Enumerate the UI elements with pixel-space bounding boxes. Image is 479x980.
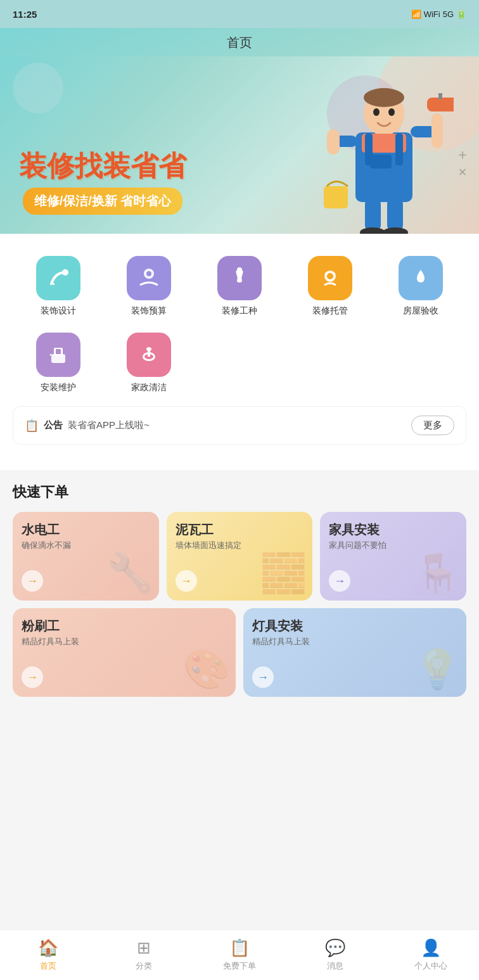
quick-card-tiler-bg-icon: 🧱 (260, 550, 307, 595)
category-grid: 装饰设计 装饰预算 装修工种 装修托管 房屋验收 (13, 246, 466, 400)
svg-point-17 (383, 227, 408, 234)
quick-card-plumber-title: 水电工 (22, 522, 150, 537)
announcement-icon: 📋 (25, 419, 39, 433)
quick-card-furniture[interactable]: 家具安装 家具问题不要怕 → 🪑 (320, 512, 466, 601)
nav-icon-category: ⊞ (137, 938, 151, 958)
network-icon: 5G (443, 10, 454, 19)
nav-item-category[interactable]: ⊞ 分类 (96, 930, 191, 980)
category-icon-install (36, 333, 80, 377)
banner: 装修找装省省 维修/保洁/换新 省时省心 (0, 56, 479, 234)
svg-point-36 (146, 347, 151, 351)
category-label-clean: 家政清洁 (131, 382, 167, 393)
category-item-design[interactable]: 装饰设计 (13, 246, 103, 323)
quick-card-painter-bg-icon: 🎨 (183, 647, 231, 692)
quick-card-painter[interactable]: 粉刷工 精品灯具马上装 → 🎨 (13, 608, 236, 697)
quick-card-light-title: 灯具安装 (252, 618, 457, 633)
announcement-bar: 📋 公告 装省省APP上线啦~ 更多 (13, 406, 466, 445)
bottom-spacer (0, 717, 479, 780)
nav-label-home: 首页 (40, 960, 56, 972)
nav-label-profile: 个人中心 (414, 960, 447, 972)
quick-card-tiler-arrow[interactable]: → (176, 570, 197, 592)
nav-icon-message: 💬 (325, 938, 345, 958)
svg-point-29 (333, 272, 335, 275)
svg-rect-19 (370, 155, 392, 169)
svg-point-25 (237, 267, 242, 272)
quick-card-furniture-arrow[interactable]: → (329, 570, 350, 592)
quick-card-painter-subtitle: 精品灯具马上装 (22, 636, 227, 647)
quick-card-plumber-bg-icon: 🔧 (106, 550, 154, 595)
svg-point-27 (327, 273, 333, 279)
category-icon-manage (308, 256, 352, 300)
svg-point-28 (325, 272, 328, 275)
category-icon-worker (217, 256, 262, 300)
quick-card-light-subtitle: 精品灯具马上装 (252, 636, 457, 647)
quick-order-row1: 水电工 确保滴水不漏 → 🔧 泥瓦工 墙体墙面迅速搞定 → 🧱 家具安装 家具问… (13, 512, 466, 601)
svg-rect-13 (438, 93, 442, 99)
category-label-install: 安装维护 (41, 382, 76, 393)
quick-card-light-bg-icon: 💡 (414, 647, 461, 692)
header: 首页 装修找装省省 维修/保洁/换新 省时省心 (0, 28, 479, 234)
banner-circle-3 (13, 63, 63, 113)
svg-rect-14 (365, 199, 381, 231)
battery-icon: 🔋 (456, 10, 466, 19)
quick-card-furniture-title: 家具安装 (329, 522, 457, 537)
nav-icon-order: 📋 (229, 938, 250, 958)
banner-worker-figure (314, 63, 454, 234)
announcement-tag: 公告 (44, 419, 63, 431)
quick-card-plumber-arrow[interactable]: → (22, 570, 43, 592)
nav-label-category: 分类 (136, 960, 152, 972)
category-label-design: 装饰设计 (41, 305, 76, 317)
banner-plus-icon: ＋× (456, 145, 469, 181)
category-item-inspect[interactable]: 房屋验收 (376, 246, 466, 323)
category-item-clean[interactable]: 家政清洁 (103, 323, 194, 400)
quick-card-plumber[interactable]: 水电工 确保滴水不漏 → 🔧 (13, 512, 159, 601)
svg-rect-11 (431, 113, 443, 148)
nav-item-profile[interactable]: 👤 个人中心 (383, 930, 479, 980)
category-icon-design (36, 256, 80, 300)
nav-item-order[interactable]: 📋 免费下单 (191, 930, 287, 980)
banner-subtitle-text: 维修/保洁/换新 省时省心 (34, 194, 172, 208)
category-label-manage: 装修托管 (312, 305, 348, 317)
quick-card-tiler-title: 泥瓦工 (176, 522, 304, 537)
announcement-more-button[interactable]: 更多 (411, 416, 454, 435)
svg-point-22 (146, 271, 151, 276)
category-icon-budget (127, 256, 171, 300)
status-time: 11:25 (13, 9, 37, 20)
page-title: 首页 (0, 34, 479, 51)
content-area: 装饰设计 装饰预算 装修工种 装修托管 房屋验收 (0, 234, 479, 470)
signal-icon: 📶 (411, 10, 421, 19)
quick-card-light[interactable]: 灯具安装 精品灯具马上装 → 💡 (243, 608, 466, 697)
category-label-budget: 装饰预算 (131, 305, 167, 317)
banner-main-title: 装修找装省省 (19, 151, 186, 181)
status-icons: 📶 WiFi 5G 🔋 (411, 10, 466, 19)
svg-point-4 (388, 108, 395, 116)
quick-card-tiler[interactable]: 泥瓦工 墙体墙面迅速搞定 → 🧱 (167, 512, 313, 601)
svg-rect-15 (387, 199, 403, 231)
category-item-manage[interactable]: 装修托管 (285, 246, 376, 323)
quick-order-title: 快速下单 (13, 483, 466, 502)
svg-rect-7 (395, 134, 403, 165)
nav-item-home[interactable]: 🏠 首页 (0, 930, 96, 980)
nav-item-message[interactable]: 💬 消息 (288, 930, 383, 980)
announcement-text: 装省省APP上线啦~ (68, 419, 411, 431)
quick-card-light-arrow[interactable]: → (252, 666, 274, 688)
quick-order-row2: 粉刷工 精品灯具马上装 → 🎨 灯具安装 精品灯具马上装 → 💡 (13, 608, 466, 697)
svg-rect-32 (56, 349, 61, 354)
bottom-nav: 🏠 首页 ⊞ 分类 📋 免费下单 💬 消息 👤 个人中心 (0, 929, 479, 980)
nav-icon-profile: 👤 (421, 938, 441, 958)
banner-subtitle-wrap: 维修/保洁/换新 省时省心 (23, 188, 183, 215)
category-item-worker[interactable]: 装修工种 (194, 246, 284, 323)
quick-card-plumber-subtitle: 确保滴水不漏 (22, 540, 150, 551)
svg-point-16 (360, 227, 385, 234)
category-item-install[interactable]: 安装维护 (13, 323, 103, 400)
svg-rect-9 (327, 129, 340, 155)
svg-point-2 (364, 88, 404, 107)
category-item-budget[interactable]: 装饰预算 (103, 246, 194, 323)
quick-card-painter-arrow[interactable]: → (22, 666, 43, 688)
nav-icon-home: 🏠 (38, 938, 58, 958)
svg-point-3 (373, 108, 380, 116)
category-icon-inspect (399, 256, 443, 300)
status-bar: 11:25 📶 WiFi 5G 🔋 (0, 0, 479, 28)
svg-rect-12 (427, 98, 454, 111)
category-icon-clean (127, 333, 171, 377)
